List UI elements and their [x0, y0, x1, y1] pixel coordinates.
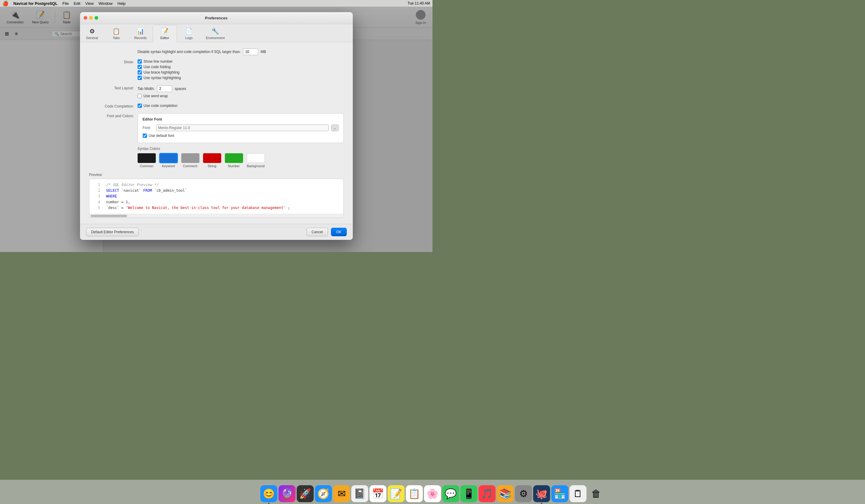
window-menu[interactable]: Window — [99, 1, 113, 6]
view-menu[interactable]: View — [85, 1, 94, 6]
font-input[interactable] — [156, 125, 329, 131]
tab-width-input[interactable] — [157, 85, 172, 92]
mb-label: MB — [261, 50, 266, 54]
general-tab-icon: ⚙ — [89, 27, 95, 35]
spaces-label: spaces — [175, 86, 186, 91]
tab-environment[interactable]: 🔧 Environment — [201, 25, 230, 42]
preview-section: Preview 1 /* SQL Editor Preview */ 2 SEL… — [89, 173, 344, 218]
preferences-dialog: Preferences ⚙ General 📋 Tabs 📊 Records 📝… — [80, 12, 353, 240]
brace-highlighting-checkbox[interactable] — [138, 70, 142, 74]
show-line-number-checkbox[interactable] — [138, 59, 142, 63]
line-num-1: 1 — [94, 182, 100, 188]
font-row: Font: ... — [143, 125, 338, 131]
disable-control: Disable syntax highlight and code comple… — [138, 48, 344, 55]
tab-records[interactable]: 📊 Records — [128, 25, 153, 42]
comment-label: Comment — [183, 164, 198, 168]
keyword-color-swatch[interactable] — [159, 153, 177, 163]
common-label: Common — [140, 164, 153, 168]
preview-line-3: 3 WHERE — [94, 194, 338, 199]
environment-tab-label: Environment — [206, 36, 225, 40]
tab-logs[interactable]: 📄 Logs — [177, 25, 201, 42]
preview-box: 1 /* SQL Editor Preview */ 2 SELECT `nav… — [89, 179, 344, 218]
syntax-highlighting-label: Use syntax highlighting — [144, 76, 181, 80]
maximize-button[interactable] — [94, 16, 98, 20]
line-num-2: 2 — [94, 188, 100, 194]
sql-size-input[interactable] — [243, 48, 258, 55]
brace-highlighting-label: Use brace highlighting — [144, 70, 180, 74]
general-tab-label: General — [86, 36, 98, 40]
ok-button[interactable]: OK — [331, 228, 346, 236]
number-color-swatch[interactable] — [225, 153, 243, 163]
menubar: 🍎 Navicat for PostgreSQL File Edit View … — [0, 0, 432, 7]
prefs-footer: Default Editor Preferences Cancel OK — [80, 224, 353, 240]
use-code-completion-checkbox[interactable] — [138, 104, 142, 108]
background-label: Background — [247, 164, 265, 168]
use-code-completion-label: Use code completion — [144, 104, 177, 108]
preview-line-2: 2 SELECT `navicat` FROM `cb_admin_tool` — [94, 188, 338, 194]
disable-text: Disable syntax highlight and code comple… — [138, 50, 241, 54]
select-keyword: SELECT — [106, 188, 119, 192]
tab-general[interactable]: ⚙ General — [80, 25, 104, 42]
close-button[interactable] — [84, 16, 87, 20]
show-line-number-label: Show line number — [144, 59, 173, 63]
syntax-highlighting-checkbox[interactable] — [138, 76, 142, 80]
background-color-swatch[interactable] — [247, 153, 265, 163]
line-2-middle: `navicat` — [121, 188, 143, 192]
file-menu[interactable]: File — [62, 1, 69, 6]
minimize-button[interactable] — [89, 16, 93, 20]
editor-font-box: Editor Font Font: ... Use default font — [138, 113, 344, 143]
tab-tabs[interactable]: 📋 Tabs — [104, 25, 128, 42]
font-colors-control: Editor Font Font: ... Use default font — [138, 113, 344, 168]
environment-tab-icon: 🔧 — [211, 27, 219, 35]
from-keyword: FROM — [143, 188, 152, 192]
use-code-completion-row: Use code completion — [138, 104, 344, 108]
default-editor-prefs-button[interactable]: Default Editor Preferences — [86, 228, 139, 236]
editor-tab-label: Editor — [160, 36, 169, 40]
font-label: Font: — [143, 126, 154, 130]
code-folding-label: Use code folding — [144, 65, 171, 69]
cancel-button[interactable]: Cancel — [307, 228, 328, 236]
string-color-swatch[interactable] — [203, 153, 221, 163]
disable-row: Disable syntax highlight and code comple… — [89, 48, 344, 55]
default-font-checkbox[interactable] — [143, 133, 147, 138]
preview-scrollbar[interactable] — [89, 214, 343, 218]
line-num-4: 4 — [94, 199, 100, 205]
apple-menu[interactable]: 🍎 — [2, 1, 9, 7]
font-browse-button[interactable]: ... — [331, 125, 338, 131]
show-control: Show line number Use code folding Use br… — [138, 59, 344, 81]
word-wrap-checkbox[interactable] — [138, 94, 142, 98]
word-wrap-row: Use word wrap — [138, 94, 344, 98]
records-tab-icon: 📊 — [137, 27, 144, 35]
font-colors-row: Font and Colors: Editor Font Font: ... U… — [89, 113, 344, 168]
preview-line-5: 5 `desc` = 'Welcome to Navicat, the best… — [94, 205, 338, 211]
edit-menu[interactable]: Edit — [74, 1, 80, 6]
preview-line-1: 1 /* SQL Editor Preview */ — [94, 182, 338, 188]
editor-tab-icon: 📝 — [161, 27, 169, 35]
records-tab-label: Records — [134, 36, 147, 40]
footer-right: Cancel OK — [307, 228, 347, 236]
show-line-number-row: Show line number — [138, 59, 344, 63]
show-label: Show: — [89, 59, 138, 64]
default-font-row: Use default font — [143, 133, 338, 138]
code-folding-row: Use code folding — [138, 65, 344, 69]
line-1-content: /* SQL Editor Preview */ — [106, 183, 159, 187]
color-swatch-keyword: Keyword — [159, 153, 177, 168]
app-name[interactable]: Navicat for PostgreSQL — [13, 1, 58, 6]
line-5-end: ; — [288, 206, 290, 210]
tab-editor[interactable]: 📝 Editor — [153, 25, 177, 43]
comment-color-swatch[interactable] — [181, 153, 199, 163]
string-label: String — [208, 164, 216, 168]
tab-bar: ⚙ General 📋 Tabs 📊 Records 📝 Editor 📄 Lo… — [80, 24, 353, 43]
prefs-title: Preferences — [205, 16, 227, 20]
code-folding-checkbox[interactable] — [138, 65, 142, 69]
scrollbar-thumb[interactable] — [91, 215, 127, 217]
default-font-label: Use default font — [149, 133, 174, 138]
line-num-3: 3 — [94, 194, 100, 199]
font-colors-label: Font and Colors: — [89, 113, 138, 118]
tabs-tab-icon: 📋 — [113, 27, 120, 35]
help-menu[interactable]: Help — [118, 1, 126, 6]
keyword-label: Keyword — [162, 164, 175, 168]
footer-left: Default Editor Preferences — [86, 228, 307, 236]
word-wrap-label: Use word wrap — [144, 94, 168, 98]
common-color-swatch[interactable] — [138, 153, 156, 163]
